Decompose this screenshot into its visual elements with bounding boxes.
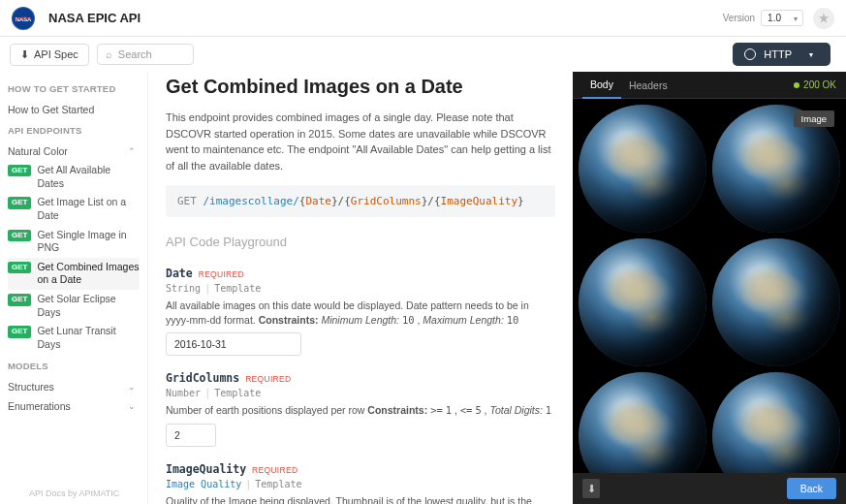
search-placeholder: Search (118, 48, 152, 60)
api-spec-button[interactable]: ⬇ API Spec (10, 44, 89, 66)
sidebar-head-models: MODELS (8, 361, 140, 371)
sidebar-item-label: Structures (8, 381, 54, 393)
earth-image (579, 238, 706, 366)
param-name-grid: GridColumns (166, 371, 239, 385)
download-icon[interactable]: ⬇ (582, 479, 600, 498)
param-name-quality: ImageQuality (166, 462, 246, 476)
status-text: 200 OK (803, 79, 836, 90)
param-type[interactable]: Image Quality (166, 479, 241, 489)
chevron-down-icon: ⌄ (128, 401, 136, 411)
app-title: NASA EPIC API (48, 11, 141, 25)
endpoint-label: Get Image List on a Date (37, 196, 140, 222)
chevron-down-icon: ▾ (809, 50, 813, 59)
nasa-logo: NASA (12, 7, 35, 30)
param-template: Template (214, 388, 261, 398)
method-badge: GET (8, 326, 31, 337)
endpoint-label: Get Combined Images on a Date (37, 261, 140, 287)
required-badge: REQUIRED (245, 374, 291, 384)
param-desc: Number of earth positions displayed per … (166, 403, 555, 418)
sidebar-item-label: Enumerations (8, 400, 71, 412)
endpoint-label: Get All Available Dates (37, 164, 140, 190)
chevron-down-icon: ⌄ (128, 382, 136, 392)
tab-body[interactable]: Body (582, 72, 621, 99)
method-badge: GET (8, 230, 31, 241)
version-value: 1.0 (768, 13, 781, 23)
back-button[interactable]: Back (787, 478, 836, 499)
sidebar-endpoint[interactable]: GETGet All Available Dates (8, 161, 140, 193)
sidebar-endpoint-active[interactable]: GETGet Combined Images on a Date (8, 258, 140, 290)
page-title: Get Combined Images on a Date (166, 76, 555, 98)
param-type: String (166, 283, 201, 294)
search-icon: ⌕ (106, 48, 112, 60)
endpoint-url-block: GET /imagescollage/{Date}/{GridColumns}/… (166, 185, 555, 217)
sidebar-endpoint[interactable]: GETGet Image List on a Date (8, 193, 140, 225)
sidebar-item-howto[interactable]: How to Get Started (8, 100, 140, 119)
param-name-date: Date (166, 267, 193, 280)
chevron-up-icon: ⌃ (128, 146, 136, 156)
sidebar-endpoint[interactable]: GETGet Solar Eclipse Days (8, 290, 140, 322)
avatar[interactable] (813, 8, 834, 29)
image-type-badge: Image (794, 110, 834, 127)
endpoint-label: Get Lunar Transit Days (37, 325, 140, 351)
api-spec-label: API Spec (34, 48, 78, 60)
sidebar-group-label: Natural Color (8, 145, 68, 157)
sidebar-endpoint[interactable]: GETGet Single Image in PNG (8, 226, 140, 258)
http-label: HTTP (764, 48, 792, 60)
sidebar-group-natural-color[interactable]: Natural Color ⌃ (8, 142, 140, 161)
earth-image (579, 105, 706, 233)
status-dot-icon (794, 82, 799, 88)
status-badge: 200 OK (794, 79, 836, 90)
http-dropdown[interactable]: HTTP ▾ (733, 43, 830, 66)
sidebar-item-structures[interactable]: Structures ⌄ (8, 377, 140, 396)
earth-image (712, 238, 840, 366)
endpoint-label: Get Single Image in PNG (37, 229, 140, 255)
param-template: Template (214, 283, 261, 294)
sidebar-endpoint[interactable]: GETGet Lunar Transit Days (8, 322, 140, 354)
footer-credit: API Docs by APIMATIC (29, 488, 119, 498)
path-var: GridColumns (351, 195, 422, 207)
earth-image (579, 372, 706, 473)
date-input[interactable] (166, 332, 301, 356)
path-base: /imagescollage/ (204, 195, 299, 207)
search-input[interactable]: ⌕ Search (97, 44, 194, 65)
sidebar-item-enumerations[interactable]: Enumerations ⌄ (8, 396, 140, 416)
path-var: ImageQuality (441, 195, 517, 207)
required-badge: REQUIRED (252, 465, 298, 475)
method-badge: GET (8, 294, 31, 305)
param-template: Template (255, 479, 301, 489)
endpoint-label: Get Solar Eclipse Days (37, 293, 140, 319)
earth-image (712, 372, 840, 473)
method-badge: GET (8, 262, 31, 273)
param-desc: Quality of the Image being displayed. Th… (166, 494, 555, 504)
required-badge: REQUIRED (199, 269, 244, 279)
param-type: Number (166, 388, 201, 398)
response-image (579, 105, 840, 473)
version-label: Version (723, 13, 755, 23)
endpoint-description: This endpoint provides combined images o… (166, 110, 555, 173)
playground-heading: API Code Playground (166, 235, 555, 249)
gridcolumns-input[interactable] (166, 424, 216, 447)
param-desc: All available images on this date would … (166, 299, 555, 327)
globe-icon (744, 48, 756, 60)
method-badge: GET (8, 165, 31, 176)
http-method: GET (177, 195, 197, 207)
sidebar-head-endpoints: API ENDPOINTS (8, 125, 140, 136)
download-icon: ⬇ (20, 48, 29, 61)
version-select[interactable]: 1.0 ▾ (761, 10, 803, 26)
path-var: Date (305, 195, 331, 207)
sidebar-head-howto: HOW TO GET STARTED (8, 83, 140, 94)
method-badge: GET (8, 197, 31, 208)
tab-headers[interactable]: Headers (621, 73, 675, 98)
chevron-down-icon: ▾ (794, 15, 798, 23)
